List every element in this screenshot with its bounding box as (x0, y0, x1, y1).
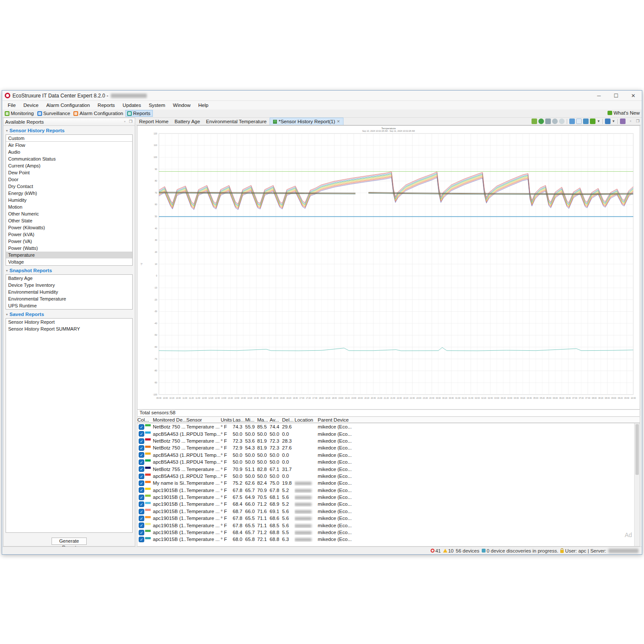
tab-close-icon[interactable]: ✕ (337, 119, 340, 124)
section-title-sensor-history-reports[interactable]: ▾Sensor History Reports (3, 126, 135, 134)
sensor-table-header[interactable]: Col...Monitored De...SensorUnitsLas...Mi… (137, 416, 640, 423)
row-checkbox[interactable]: ✓ (139, 501, 144, 507)
row-checkbox[interactable]: ✓ (139, 537, 144, 542)
sidebar-item-device-type-inventory[interactable]: Device Type Inventory (6, 282, 132, 289)
table-row[interactable]: ✓apcB5A453 (1...RPDU1 Temp...° F50.050.0… (137, 452, 640, 459)
sidebar-item-ups-runtime[interactable]: UPS Runtime (6, 302, 132, 309)
row-checkbox[interactable]: ✓ (139, 487, 144, 493)
zoom-in-icon[interactable] (552, 118, 558, 124)
table-row[interactable]: ✓apc19015B (1...Temperature ...° F68.065… (137, 536, 640, 543)
chart-canvas[interactable]: 09:4010:0010:2010:4011:0011:2011:4012:00… (137, 132, 642, 408)
sidebar-item-battery-age[interactable]: Battery Age (6, 275, 132, 282)
perspective-reports[interactable]: Reports (125, 110, 153, 117)
column-header-monitored-de[interactable]: Monitored De... (153, 417, 186, 422)
table-row[interactable]: ✓apc19015B (1...Temperature ...° F67.865… (137, 487, 640, 494)
table-scrollbar-thumb[interactable] (635, 424, 639, 475)
tab-battery-age[interactable]: Battery Age (171, 118, 203, 125)
table-row[interactable]: ✓NetBotz 755 ...Temperature ...° F70.951… (137, 465, 640, 472)
sidebar-item-other-state[interactable]: Other State (6, 217, 132, 224)
table-row[interactable]: ✓apcB5A453 (1...RPDU4 Temp...° F50.050.0… (137, 459, 640, 465)
table-row[interactable]: ✓apcB5A453 (1...RPDU3 Temp...° F50.050.0… (137, 430, 640, 437)
sidebar-item-power-kilowatts[interactable]: Power (Kilowatts) (6, 224, 132, 231)
row-checkbox[interactable]: ✓ (139, 509, 144, 514)
generate-report-button[interactable]: Generate Report (52, 538, 87, 545)
section-title-saved-reports[interactable]: ▾Saved Reports (3, 310, 135, 318)
table-row[interactable]: ✓NetBotz 750 ...Temperature ...° F72.954… (137, 444, 640, 451)
table-row[interactable]: ✓apc19015B (1...Temperature ...° F68.466… (137, 501, 640, 507)
sidebar-item-environmental-temperature[interactable]: Environmental Temperature (6, 295, 132, 302)
perspective-alarm-configuration[interactable]: Alarm Configuration (72, 110, 125, 116)
menu-file[interactable]: File (4, 102, 20, 109)
table-row[interactable]: ✓NetBotz 750 ...Temperature ...° F72.353… (137, 437, 640, 444)
table-row[interactable]: ✓apc19015B (1...Temperature ...° F67.865… (137, 522, 640, 529)
column-header-units[interactable]: Units (221, 417, 233, 422)
column-header-parent-device[interactable]: Parent Device (318, 417, 640, 422)
menu-help[interactable]: Help (194, 102, 213, 109)
perspective-surveillance[interactable]: Surveillance (36, 110, 73, 116)
column-header-del[interactable]: Del... (282, 417, 295, 422)
save-icon[interactable] (605, 118, 611, 124)
table-row[interactable]: ✓apc19015B (1...Temperature ...° F67.564… (137, 494, 640, 501)
maximize-button[interactable]: ☐ (608, 91, 625, 101)
row-checkbox[interactable]: ✓ (139, 480, 144, 486)
zoom-out-icon[interactable] (559, 118, 565, 124)
view-minimize-icon[interactable]: ▫ (628, 119, 633, 124)
row-checkbox[interactable]: ✓ (139, 459, 144, 465)
menu-reports[interactable]: Reports (94, 102, 118, 109)
sidebar-item-sensor-history-report-summary[interactable]: Sensor History Report SUMMARY (6, 325, 132, 332)
sidebar-item-environmental-humidity[interactable]: Environmental Humidity (6, 289, 132, 295)
sidebar-item-power-va[interactable]: Power (VA) (6, 238, 132, 245)
row-checkbox[interactable]: ✓ (139, 452, 144, 458)
table-row[interactable]: ✓apc19015B (1...Temperature ...° F67.865… (137, 515, 640, 522)
column-header-col[interactable]: Col... (137, 417, 153, 422)
refresh-icon[interactable] (590, 118, 595, 124)
sidebar-item-air-flow[interactable]: Air Flow (6, 142, 132, 149)
row-checkbox[interactable]: ✓ (139, 438, 144, 444)
temperature-chart[interactable]: Temperature Sep 10, 2024 10:02:28 AM - S… (137, 125, 640, 410)
column-header-sensor[interactable]: Sensor (186, 417, 221, 422)
menu-device[interactable]: Device (20, 102, 43, 109)
row-checkbox[interactable]: ✓ (139, 431, 144, 437)
sidebar-item-audio[interactable]: Audio (6, 149, 132, 155)
row-checkbox[interactable]: ✓ (139, 474, 144, 479)
sidebar-item-energy-kwh[interactable]: Energy (kWh) (6, 190, 132, 197)
sidebar-item-communication-status[interactable]: Communication Status (6, 155, 132, 162)
tab-sensor-history-report-1[interactable]: *Sensor History Report(1)✕ (270, 118, 343, 125)
marker-toggle-icon[interactable] (538, 118, 544, 124)
column-header-las[interactable]: Las... (233, 417, 245, 422)
sidebar-item-current-amps[interactable]: Current (Amps) (6, 162, 132, 169)
panel-minimize-icon[interactable]: ▫ (122, 119, 127, 124)
sidebar-item-motion[interactable]: Motion (6, 204, 132, 210)
close-button[interactable]: ✕ (625, 91, 642, 101)
sidebar-item-sensor-history-report[interactable]: Sensor History Report (6, 319, 132, 325)
sidebar-item-voltage[interactable]: Voltage (6, 258, 132, 265)
table-scrollbar[interactable] (634, 423, 640, 546)
row-checkbox[interactable]: ✓ (139, 495, 144, 500)
table-row[interactable]: ✓My name is Si...Temperature ...° F75.26… (137, 480, 640, 486)
view-maximize-icon[interactable]: ❐ (635, 119, 640, 124)
pan-icon[interactable] (545, 118, 551, 124)
menu-updates[interactable]: Updates (119, 102, 145, 109)
column-header-mi[interactable]: Mi... (245, 417, 257, 422)
table-view-icon[interactable] (576, 118, 582, 124)
menu-window[interactable]: Window (169, 102, 194, 109)
row-checkbox[interactable]: ✓ (139, 522, 144, 528)
row-checkbox[interactable]: ✓ (139, 445, 144, 451)
minimize-button[interactable]: ─ (590, 91, 608, 101)
column-header-av[interactable]: Av... (270, 417, 282, 422)
sidebar-item-temperature[interactable]: Temperature (6, 252, 132, 258)
column-header-ma[interactable]: Ma... (257, 417, 270, 422)
table-row[interactable]: ✓apc19015B (1...Temperature ...° F68.766… (137, 508, 640, 515)
save-dropdown-caret[interactable]: ▼ (612, 119, 615, 123)
row-checkbox[interactable]: ✓ (139, 530, 144, 535)
export-icon[interactable] (583, 118, 589, 124)
row-checkbox[interactable]: ✓ (139, 466, 144, 472)
menu-alarm-configuration[interactable]: Alarm Configuration (43, 102, 94, 109)
table-row[interactable]: ✓apcB5A453 (1...RPDU2 Temp...° F50.050.0… (137, 473, 640, 480)
feedback-icon[interactable] (620, 118, 626, 124)
section-title-snapshot-reports[interactable]: ▾Snapshot Reports (3, 266, 135, 274)
panel-maximize-icon[interactable]: ❐ (128, 119, 133, 124)
sidebar-item-humidity[interactable]: Humidity (6, 197, 132, 204)
table-row[interactable]: ✓apc19015B (1...Temperature ...° F68.465… (137, 529, 640, 536)
sidebar-item-power-kva[interactable]: Power (kVA) (6, 231, 132, 238)
